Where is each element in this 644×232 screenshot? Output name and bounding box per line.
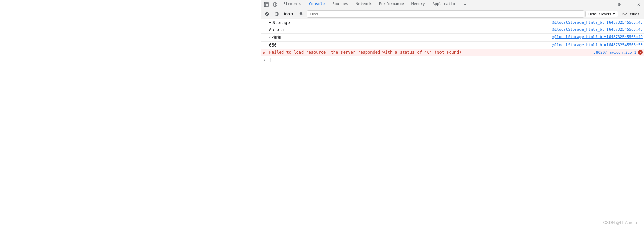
console-content: ▶ Storage @1localStorage_html?_bt=164873… — [261, 19, 644, 232]
svg-rect-0 — [264, 2, 268, 7]
tab-network[interactable]: Network — [352, 0, 375, 8]
row-content: ▶ Storage @1localStorage_html?_bt=164873… — [268, 20, 644, 25]
row-source-link[interactable]: @1localStorage_html?_bt=1648732545565:50 — [549, 43, 643, 47]
svg-rect-4 — [276, 3, 277, 6]
header-right-icons: ⚙ ⋮ ✕ — [615, 1, 643, 8]
favicon-error-icon: ✕ — [638, 50, 643, 55]
tab-performance[interactable]: Performance — [376, 0, 407, 8]
chevron-down-icon: ▼ — [291, 12, 294, 16]
context-label: top — [284, 12, 290, 16]
console-toolbar: top ▼ 👁 Default levels ▼ No Issues — [261, 9, 644, 19]
table-row: ⊗ Failed to load resource: the server re… — [261, 49, 644, 56]
row-content: 666 @1localStorage_html?_bt=164873254556… — [268, 42, 644, 48]
devtools-panel: Elements Console Sources Network Perform… — [261, 0, 644, 232]
inspect-element-btn[interactable] — [262, 1, 270, 8]
levels-chevron-icon: ▼ — [612, 12, 615, 16]
svg-point-7 — [275, 12, 278, 16]
row-gutter — [261, 27, 268, 28]
row-source-link[interactable]: @1localStorage_html?_bt=1648732545565:49 — [549, 35, 643, 39]
console-input-row: › | — [261, 56, 644, 63]
error-message: Failed to load resource: the server resp… — [269, 50, 588, 55]
row-gutter — [261, 34, 268, 35]
tab-memory[interactable]: Memory — [408, 0, 429, 8]
clear-console-btn[interactable] — [263, 10, 271, 18]
default-levels-label: Default levels — [588, 12, 611, 16]
error-icon: ⊗ — [263, 50, 266, 55]
row-source-link[interactable]: @1localStorage_html?_bt=1648732545565:45 — [549, 20, 643, 25]
table-row: Aurora @1localStorage_html?_bt=164873254… — [261, 26, 644, 34]
device-toggle-btn[interactable] — [271, 1, 279, 8]
more-options-icon[interactable]: ⋮ — [625, 1, 633, 8]
settings-icon[interactable]: ⚙ — [615, 1, 624, 8]
default-levels-btn[interactable]: Default levels ▼ — [585, 11, 618, 17]
row-gutter: ⊗ — [261, 50, 268, 55]
tabs-bar: Elements Console Sources Network Perform… — [261, 0, 644, 9]
no-issues-btn[interactable]: No Issues — [620, 11, 642, 17]
close-devtools-icon[interactable]: ✕ — [634, 1, 643, 8]
filter-input[interactable] — [307, 10, 584, 18]
row-message: 小姐姐 — [269, 35, 549, 40]
context-selector[interactable]: top ▼ — [282, 11, 296, 17]
row-content: Aurora @1localStorage_html?_bt=164873254… — [268, 27, 644, 33]
tab-sources[interactable]: Sources — [329, 0, 351, 8]
row-gutter — [261, 42, 268, 43]
expand-arrow-icon[interactable]: ▶ — [269, 20, 272, 24]
row-source-link[interactable]: :8020/favicon.ico:1 — [591, 50, 636, 55]
more-tabs-btn[interactable]: » — [462, 1, 468, 8]
row-gutter — [261, 20, 268, 21]
row-content: 小姐姐 @1localStorage_html?_bt=164873254556… — [268, 34, 644, 41]
input-prompt: › — [261, 57, 268, 62]
tab-application[interactable]: Application — [429, 0, 461, 8]
console-input[interactable]: | — [268, 57, 644, 63]
watermark: CSDN @IT-Aurora — [603, 220, 637, 225]
tab-elements[interactable]: Elements — [280, 0, 305, 8]
table-row: 666 @1localStorage_html?_bt=164873254556… — [261, 42, 644, 49]
pause-btn[interactable] — [272, 10, 281, 18]
table-row: 小姐姐 @1localStorage_html?_bt=164873254556… — [261, 34, 644, 42]
chevron-right-icon: › — [263, 57, 265, 62]
row-content: Failed to load resource: the server resp… — [268, 50, 644, 55]
row-message: 666 — [269, 43, 549, 48]
no-issues-label: No Issues — [622, 12, 639, 16]
row-message: Storage — [272, 20, 549, 25]
table-row: ▶ Storage @1localStorage_html?_bt=164873… — [261, 19, 644, 26]
svg-line-6 — [266, 13, 268, 15]
live-expression-btn[interactable]: 👁 — [297, 10, 306, 18]
row-source-link[interactable]: @1localStorage_html?_bt=1648732545565:48 — [549, 27, 643, 32]
tab-console[interactable]: Console — [306, 0, 328, 8]
row-message: Aurora — [269, 27, 549, 32]
left-panel — [0, 0, 261, 232]
